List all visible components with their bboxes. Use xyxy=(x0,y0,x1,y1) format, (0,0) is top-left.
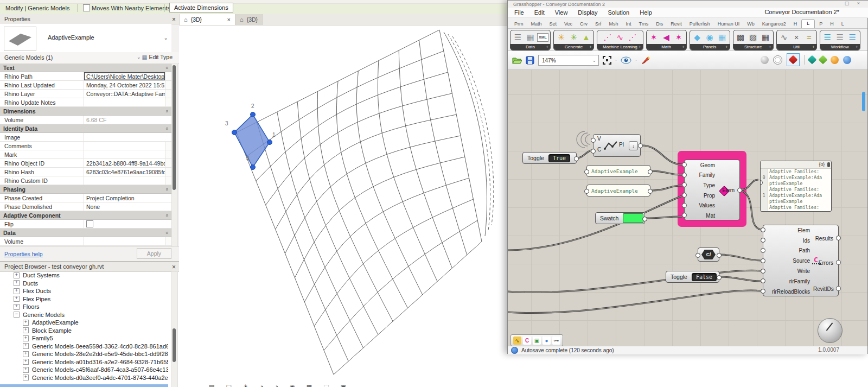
zoom-extents-icon[interactable] xyxy=(603,56,611,65)
tab-l[interactable]: L xyxy=(801,19,815,28)
component-icon[interactable]: ▩ xyxy=(735,31,746,43)
value-browse-box[interactable] xyxy=(165,98,171,106)
adaptive-point-handle[interactable] xyxy=(251,112,256,117)
toggle-value[interactable]: False xyxy=(692,273,717,281)
expand-plus-icon[interactable]: + xyxy=(589,45,592,49)
component-icon[interactable]: ☰ xyxy=(822,31,833,43)
input-jack[interactable] xyxy=(682,182,687,187)
component-icon[interactable]: ▦ xyxy=(760,31,771,43)
collapse-pin-icon[interactable]: « xyxy=(164,188,169,191)
value-browse-box[interactable] xyxy=(165,150,171,158)
component-icon[interactable]: ∿ xyxy=(614,31,626,43)
properties-scrollbar[interactable] xyxy=(171,64,178,248)
expand-icon[interactable]: + xyxy=(23,375,29,380)
component-icon[interactable]: ☰ xyxy=(512,31,524,43)
value-browse-box[interactable] xyxy=(165,72,171,80)
property-value[interactable] xyxy=(84,133,171,141)
property-value[interactable]: Conveyor::DATA::Adaptive Famil... xyxy=(84,90,165,98)
tab-wb[interactable]: Wb xyxy=(744,20,758,28)
output-jack[interactable] xyxy=(648,189,653,194)
expand-plus-icon[interactable]: + xyxy=(812,45,815,49)
menu-view[interactable]: View xyxy=(555,9,568,16)
expand-plus-icon[interactable]: + xyxy=(725,45,728,49)
adaptive-point-handle[interactable] xyxy=(251,165,256,170)
scroll-indicator[interactable] xyxy=(862,92,865,111)
output-jack[interactable] xyxy=(717,275,722,280)
apply-button[interactable]: Apply xyxy=(137,248,171,259)
tab-revit[interactable]: Revit xyxy=(667,20,685,28)
expand-icon[interactable]: + xyxy=(14,280,20,286)
toggle-value[interactable]: True xyxy=(548,154,570,162)
tab-set[interactable]: Set xyxy=(546,20,560,28)
key-icon[interactable]: ⊶ xyxy=(552,337,560,345)
close-icon[interactable]: × xyxy=(172,262,176,272)
conveyor-export-node[interactable]: ElemIdsPathSourceWriterirFamilyrirReload… xyxy=(763,225,839,296)
chevron-down-icon[interactable]: ⌄ xyxy=(137,54,141,60)
tree-item[interactable]: −Generic Models xyxy=(0,311,168,319)
expand-icon[interactable]: + xyxy=(23,351,29,357)
expand-icon[interactable]: + xyxy=(23,320,29,326)
component-icon[interactable]: ☰ xyxy=(834,31,846,43)
window-buttons[interactable]: ▢ × xyxy=(845,1,863,6)
value-browse-box[interactable] xyxy=(165,176,171,185)
expand-icon[interactable]: + xyxy=(14,272,20,278)
component-icon[interactable]: ◉ xyxy=(704,31,716,43)
component-icon[interactable]: ✳ xyxy=(568,31,579,43)
flip-checkbox[interactable] xyxy=(86,220,93,227)
input-jack[interactable] xyxy=(682,193,687,198)
tree-item[interactable]: +Generic Models-a01bd316-a2e2-4684-9328-… xyxy=(0,358,168,366)
pl-component[interactable]: V C Pl ↓ xyxy=(593,134,641,157)
selected-preview-gem[interactable] xyxy=(787,53,800,66)
teal-gem-icon[interactable] xyxy=(808,55,817,65)
tab-h[interactable]: H xyxy=(827,20,837,28)
tree-item[interactable]: +Block Example xyxy=(0,327,168,335)
input-jack[interactable] xyxy=(584,189,589,194)
menu-display[interactable]: Display xyxy=(578,9,597,16)
component-icon[interactable]: × xyxy=(791,31,802,43)
view-tab-3d-active[interactable]: ⌂ {3D} × xyxy=(179,14,235,25)
tree-item[interactable]: +AdaptiveExample xyxy=(0,319,168,327)
value-browse-box[interactable] xyxy=(165,90,171,98)
menu-file[interactable]: File xyxy=(514,9,524,16)
collapse-pin-icon[interactable]: « xyxy=(164,110,169,112)
orange-ball-icon[interactable] xyxy=(831,56,839,64)
swatch-color-chip[interactable] xyxy=(623,213,643,223)
tree-item[interactable]: +Family5 xyxy=(0,334,168,342)
tab-human-ui[interactable]: Human UI xyxy=(714,20,743,28)
collapse-pin-icon[interactable]: « xyxy=(164,231,169,234)
colour-swatch[interactable]: Swatch xyxy=(595,212,645,224)
down-arrow-button[interactable]: ↓ xyxy=(629,141,638,150)
component-icon[interactable]: ▲ xyxy=(580,31,592,43)
component-icon[interactable]: XML xyxy=(537,33,548,42)
input-jack[interactable] xyxy=(761,289,765,294)
tree-item[interactable]: +Generic Models-28e2e2dd-e5e9-45de-bbc1-… xyxy=(0,350,168,358)
expand-plus-icon[interactable]: + xyxy=(546,45,548,49)
value-browse-box[interactable] xyxy=(165,168,171,176)
value-browse-box[interactable] xyxy=(165,237,171,245)
menu-help[interactable]: Help xyxy=(640,9,652,16)
section-header[interactable]: Dimensions« xyxy=(0,107,171,116)
input-jack[interactable] xyxy=(584,169,589,174)
green-gem-icon[interactable] xyxy=(819,55,828,65)
expand-icon[interactable]: + xyxy=(23,343,29,349)
tree-item[interactable]: +Flex Ducts xyxy=(0,287,168,295)
expand-plus-icon[interactable]: + xyxy=(769,45,771,49)
preview-folder-icon[interactable]: ▣ xyxy=(533,337,541,345)
collapse-icon[interactable]: − xyxy=(14,312,20,318)
expand-icon[interactable]: + xyxy=(23,359,29,365)
tab-vec[interactable]: Vec xyxy=(561,20,576,28)
tab-prm[interactable]: Prm xyxy=(511,20,527,28)
menu-edit[interactable]: Edit xyxy=(534,9,545,16)
output-jack[interactable] xyxy=(836,260,841,265)
component-icon[interactable]: ✶ xyxy=(673,31,685,43)
input-jack[interactable] xyxy=(682,173,687,177)
project-browser-header[interactable]: Project Browser - test conveyor gh.rvt × xyxy=(0,262,179,272)
save-file-icon[interactable] xyxy=(526,56,534,65)
tree-item[interactable]: +Flex Pipes xyxy=(0,295,168,303)
properties-header[interactable]: Properties × xyxy=(0,14,179,24)
sphere-preview-icon[interactable]: ● xyxy=(542,337,551,345)
component-icon[interactable]: ▦ xyxy=(717,31,728,43)
browser-scrollbar-thumb[interactable] xyxy=(173,328,176,362)
paintbrush-icon[interactable] xyxy=(641,56,650,65)
output-jack[interactable] xyxy=(836,286,841,291)
